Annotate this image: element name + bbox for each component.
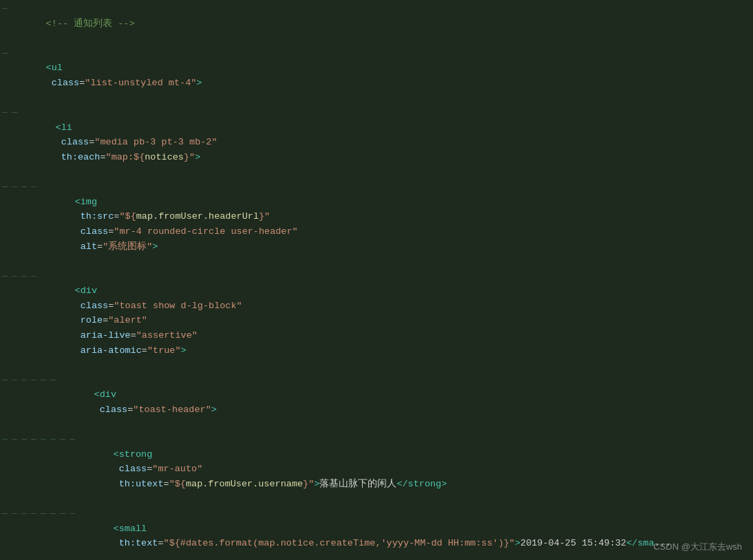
code-line-3: — — <li class="media pb-3 pt-3 mb-2" th:… bbox=[0, 105, 753, 180]
code-line-8: ———————— <small th:text="${#dates.format… bbox=[0, 506, 753, 560]
code-line-6: —————— <div class="toast-header"> bbox=[0, 373, 753, 432]
watermark-text: CSDN @大江东去wsh bbox=[653, 540, 742, 554]
code-line-1: — <!-- 通知列表 --> bbox=[0, 1, 753, 46]
code-line-5: ———— <div class="toast show d-lg-block" … bbox=[0, 269, 753, 373]
code-editor: — <!-- 通知列表 --> — <ul class="list-unstyl… bbox=[0, 0, 753, 560]
code-line-4: ———— <img th:src="${map.fromUser.headerU… bbox=[0, 180, 753, 269]
code-line-7: ———————— <strong class="mr-auto" th:utex… bbox=[0, 432, 753, 506]
line-gutter-1: — bbox=[0, 1, 10, 17]
code-line-2: — <ul class="list-unstyled mt-4"> bbox=[0, 46, 753, 105]
